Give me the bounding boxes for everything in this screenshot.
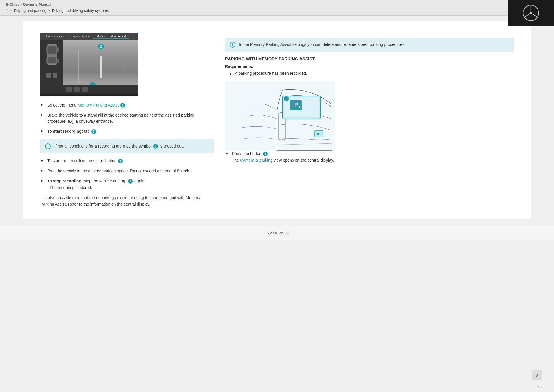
- svg-point-6: [530, 12, 532, 14]
- info-box-left: i If not all conditions for a recording …: [40, 139, 214, 153]
- circle-2-inline: 2: [120, 103, 125, 108]
- circle-2: 2: [98, 44, 104, 49]
- car-interior-sketch: P ▶ 1 ■: [225, 81, 335, 151]
- bullet-arrow-6: ►: [40, 179, 44, 183]
- info-text-left: If not all conditions for a recording ar…: [54, 143, 184, 149]
- to-start-recording-label: To start recording:: [47, 129, 83, 134]
- manual-title: S-Class - Owner's Manual: [6, 2, 548, 7]
- page-footer: F223 0136 02: [0, 225, 554, 241]
- screen-icon-1: [46, 73, 51, 78]
- svg-rect-8: [48, 46, 56, 54]
- req-text-1: A parking procedure has been recorded.: [235, 71, 307, 76]
- circle-3-inline-6: 3: [128, 179, 133, 184]
- bullet-text-6: To stop recording: stop the vehicle and …: [47, 178, 145, 184]
- tab-parking-assist[interactable]: Parking Assist: [68, 34, 93, 39]
- doc-code: F223 0136 02: [265, 231, 289, 235]
- bullet-item-4: ► To start the recording, press the butt…: [40, 158, 214, 164]
- screen-bottom-bar: [63, 85, 138, 94]
- footer-paragraph: It is also possible to record the unpark…: [40, 195, 214, 208]
- mercedes-star-icon: [522, 4, 540, 22]
- screen-road-view: 2 3: [63, 40, 138, 94]
- svg-rect-9: [48, 57, 56, 63]
- road-right-line: [123, 51, 123, 83]
- svg-line-5: [525, 13, 531, 17]
- right-bullet-arrow-1: ►: [225, 151, 229, 155]
- svg-text:▶: ▶: [299, 105, 301, 108]
- bullet-arrow-1: ►: [40, 103, 44, 107]
- page-number: 367: [537, 385, 542, 389]
- home-icon[interactable]: ⌂: [6, 8, 9, 13]
- to-stop-recording-label: To stop recording:: [47, 179, 83, 183]
- screen-main-content: 2 3: [40, 40, 138, 94]
- svg-rect-11: [56, 47, 59, 52]
- screen-icon-2: [53, 73, 57, 78]
- breadcrumb-separator-1: >: [10, 8, 12, 12]
- right-column: i In the Memory Parking Assist settings …: [225, 33, 514, 208]
- circle-1-right: 1: [263, 152, 268, 156]
- breadcrumb-driving-parking[interactable]: Driving and parking: [14, 8, 46, 13]
- section-heading: PARKING WITH MEMORY PARKING ASSIST: [225, 56, 514, 61]
- screen-btn-3: [82, 87, 88, 92]
- tab-memory-parking-assist[interactable]: Memory Parking Assist: [93, 34, 129, 39]
- mercedes-logo-area: [508, 0, 554, 26]
- svg-text:P: P: [294, 102, 298, 108]
- circle-1-inline-4: 1: [118, 159, 123, 163]
- bullet-text-5: Park the vehicle in the desired parking …: [47, 168, 190, 174]
- bullet-item-2: ► Brake the vehicle to a standstill at t…: [40, 112, 214, 124]
- bullet-arrow-2: ►: [40, 113, 44, 117]
- left-column: Camera views Parking Assist Memory Parki…: [40, 33, 214, 208]
- svg-rect-12: [46, 59, 48, 63]
- bullet-item-6: ► To stop recording: stop the vehicle an…: [40, 178, 214, 184]
- svg-text:■: ■: [317, 132, 319, 136]
- breadcrumb-current-page: Driving and driving safety systems: [52, 8, 109, 13]
- info-icon-right: i: [230, 42, 235, 48]
- bullet-text-3: To start recording: tap 3.: [47, 128, 98, 135]
- screen-left-panel: [40, 40, 63, 94]
- bullet-arrow-5: ►: [40, 169, 44, 173]
- main-content: Camera views Parking Assist Memory Parki…: [23, 21, 531, 219]
- bullet-text-2: Brake the vehicle to a standstill at the…: [47, 112, 214, 124]
- svg-line-4: [531, 13, 537, 17]
- requirements-heading: Requirements:: [225, 64, 514, 69]
- circle-3-inline: 3: [91, 129, 96, 134]
- car-top-view-icon: [44, 43, 60, 69]
- screen-tab-bar: Camera views Parking Assist Memory Parki…: [40, 33, 138, 40]
- car-interior-svg: P ▶ 1 ■: [225, 81, 335, 151]
- bullet-item-3: ► To start recording: tap 3.: [40, 128, 214, 135]
- bullet-text-1: Select the menu Memory Parking Assist 2.: [47, 102, 127, 108]
- screen-btn-1: [66, 87, 72, 92]
- page-header: S-Class - Owner's Manual ⌂ > Driving and…: [0, 0, 554, 16]
- bullet-item-1: ► Select the menu Memory Parking Assist …: [40, 102, 214, 108]
- screen-btn-2: [74, 87, 80, 92]
- breadcrumb-separator-2: >: [48, 8, 50, 12]
- svg-text:1: 1: [285, 97, 287, 100]
- info-text-right: In the Memory Parking Assist settings yo…: [239, 42, 405, 48]
- screen-badge-2: 2: [98, 44, 104, 49]
- info-box-right: i In the Memory Parking Assist settings …: [225, 38, 514, 52]
- tab-camera-views[interactable]: Camera views: [43, 34, 68, 39]
- bullet-arrow-3: ►: [40, 129, 44, 133]
- circle-3-info: 3: [153, 144, 158, 149]
- screen-icons: [45, 72, 59, 79]
- screen-screenshot: Camera views Parking Assist Memory Parki…: [40, 33, 138, 96]
- right-bullet-text-1: Press the button 1. The Camera & parking…: [232, 151, 334, 163]
- info-icon-left: i: [45, 143, 51, 149]
- bullet-arrow-4: ►: [40, 158, 44, 163]
- recording-stored-text: The recording is stored.: [50, 185, 214, 190]
- camera-parking-link[interactable]: Camera & parking: [240, 158, 273, 163]
- svg-rect-13: [56, 59, 59, 63]
- right-bullet-1: ► Press the button 1. The Camera & parki…: [225, 151, 514, 163]
- bullet-item-5: ► Park the vehicle in the desired parkin…: [40, 168, 214, 174]
- scroll-top-button[interactable]: ∧: [532, 370, 542, 380]
- breadcrumb: ⌂ > Driving and parking > Driving and dr…: [6, 8, 548, 13]
- memory-parking-assist-link[interactable]: Memory Parking Assist: [78, 103, 119, 107]
- road-center-line: [100, 56, 102, 78]
- bullet-text-4: To start the recording, press the button…: [47, 158, 124, 164]
- camera-parking-text: The Camera & parking view opens on the c…: [232, 158, 334, 163]
- requirement-1: A parking procedure has been recorded.: [230, 71, 514, 76]
- road-left-line: [78, 51, 79, 83]
- req-dot-1: [230, 73, 231, 75]
- svg-rect-10: [46, 47, 48, 52]
